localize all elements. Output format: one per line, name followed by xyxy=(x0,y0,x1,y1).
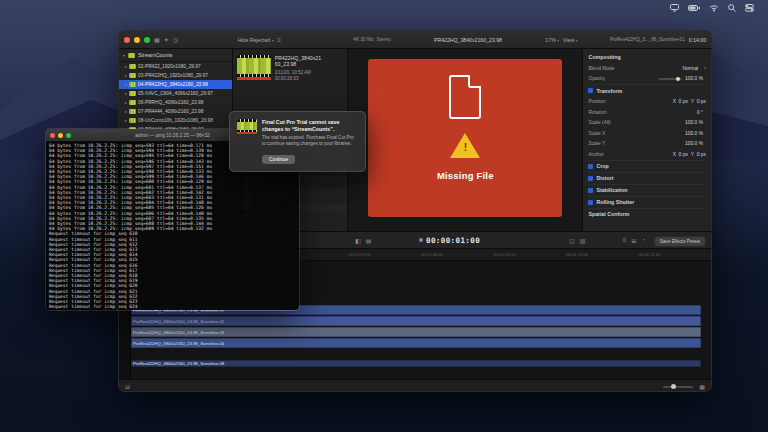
clip-skimming-icon[interactable]: ⊞ xyxy=(631,237,636,244)
close-button[interactable] xyxy=(50,133,55,138)
clip-appearance-icon[interactable]: ≡ xyxy=(277,37,281,43)
checkbox[interactable] xyxy=(588,88,593,93)
inspector-row[interactable]: Compositing ▾ xyxy=(588,51,706,63)
timeline-clip[interactable]: ProRes422HQ_3840x2160_23.98_Sunshine-03 xyxy=(131,327,701,337)
timecode-display[interactable]: 00:00:01:00 xyxy=(419,232,480,248)
inspector-value[interactable]: 100.0 % xyxy=(685,120,703,125)
search-icon[interactable] xyxy=(728,4,736,12)
inspector-row[interactable]: Scale Y 100.0 % ▾ xyxy=(588,139,706,150)
timeline-settings-icon[interactable]: ⊟ xyxy=(125,383,130,390)
inspector-row[interactable]: Blend Mode Normal ▾ xyxy=(588,63,706,74)
minimize-button[interactable] xyxy=(58,133,63,138)
disclosure-triangle-icon[interactable]: ▸ xyxy=(125,91,127,96)
inspector-value[interactable]: Normal xyxy=(682,66,698,71)
sidebar-clip-item[interactable]: ▸ 02-PR422_1920x1080_29.97 xyxy=(119,62,232,71)
inspector-row[interactable]: Stabilization ▾ xyxy=(588,184,706,196)
inspector-value[interactable]: 100.0 % xyxy=(685,141,703,146)
viewer-clip-title: PR422HQ_3840x2160_23.98 xyxy=(395,37,542,43)
fullscreen-button[interactable] xyxy=(66,133,71,138)
clip-duration: 00:00:28:03 xyxy=(275,76,321,81)
media-import-icon[interactable]: ▦ xyxy=(154,37,160,43)
keyword-editor-icon[interactable]: ✦ xyxy=(164,37,169,43)
library-header[interactable]: ▾ StreamCounts xyxy=(119,49,232,62)
inspector-row[interactable]: Anchor X 0 px Y 0 px ▾ xyxy=(588,149,706,160)
wifi-icon[interactable] xyxy=(709,4,719,12)
disclosure-triangle-icon[interactable]: ▸ xyxy=(125,118,127,123)
checkbox[interactable] xyxy=(588,200,593,205)
inspector-row[interactable]: Scale X 100.0 % ▾ xyxy=(588,128,706,139)
disclosure-triangle-icon[interactable]: ▸ xyxy=(125,109,127,114)
sidebar-clip-item[interactable]: ▸ 03-PR422HQ_1920x1080_29.97 xyxy=(119,71,232,80)
sidebar-clip-item[interactable]: ▸ 07-PR4444_4096x2160_23.98 xyxy=(119,107,232,116)
inspector-value[interactable]: X 0 px xyxy=(673,152,688,157)
disclosure-triangle-icon[interactable]: ▸ xyxy=(125,73,127,78)
timeline-right-controls: ≡ ⊞ ◔ xyxy=(623,232,645,248)
sidebar-clip-item[interactable]: ▸ 08-UnComp10b_1920x1080_23.98 xyxy=(119,116,232,125)
display-icon[interactable] xyxy=(670,4,679,12)
control-center-icon[interactable] xyxy=(745,4,754,12)
inspector-row[interactable]: Crop ▾ xyxy=(588,160,706,172)
disclosure-triangle-icon[interactable]: ▾ xyxy=(123,53,125,58)
checkbox[interactable] xyxy=(588,164,593,169)
clip-icon xyxy=(129,118,136,123)
tools-icon[interactable]: ◧ xyxy=(355,237,361,244)
missing-file-label: Missing File xyxy=(437,170,494,181)
inspector-row[interactable]: Position X 0 px Y 0 px ▾ xyxy=(588,96,706,107)
inspector-parameter-label: Distort xyxy=(596,175,613,181)
audio-meters-icon[interactable]: ◫ xyxy=(569,237,575,244)
fullscreen-button[interactable] xyxy=(144,37,150,43)
clip-icon xyxy=(129,64,136,69)
inspector-value[interactable]: X 0 px xyxy=(673,99,688,104)
library-icon xyxy=(128,53,135,58)
value-slider[interactable] xyxy=(658,78,682,80)
effects-browser-icon[interactable]: ▥ xyxy=(580,237,586,244)
inspector-parameter-label: Stabilization xyxy=(596,187,627,193)
inspector-value[interactable]: 100.0 % xyxy=(685,131,703,136)
clip-appearance-icon[interactable]: ▦ xyxy=(699,383,705,390)
solo-icon[interactable]: ◔ xyxy=(641,237,645,243)
inspector-row[interactable]: Distort ▾ xyxy=(588,172,706,184)
sidebar-clip-item[interactable]: ▸ 06-PRRHQ_4096x2160_23.98 xyxy=(119,98,232,107)
inspector-value-2[interactable]: Y 0 px xyxy=(691,152,706,157)
view-dropdown[interactable]: View ▾ xyxy=(563,37,577,43)
inspector-row[interactable]: Opacity 100.0 % ▾ xyxy=(588,74,706,85)
timeline-zoom-slider[interactable] xyxy=(663,386,693,388)
selected-clip-card[interactable]: PR422HQ_3840x21 60_23.98 2/11/20, 10:52 … xyxy=(233,49,348,113)
checkbox[interactable] xyxy=(588,176,593,181)
clip-list-icon[interactable]: ▤ xyxy=(366,237,372,244)
inspector-row[interactable]: Transform ▾ xyxy=(588,84,706,96)
minimize-button[interactable] xyxy=(134,37,140,43)
inspector-parameter-label: Opacity xyxy=(588,76,605,81)
inspector-value-2[interactable]: Y 0 px xyxy=(691,99,706,104)
zoom-dropdown[interactable]: 17% ▾ xyxy=(545,37,559,43)
disclosure-triangle-icon[interactable]: ▸ xyxy=(125,100,127,105)
timeline-clip[interactable]: ProRes422HQ_3840x2160_23.98_Sunshine-08 xyxy=(131,360,701,367)
checkbox[interactable] xyxy=(588,188,593,193)
sidebar-clip-label: 05-XAVC_C804_4096x2160_29.97 xyxy=(138,91,213,96)
timeline-clip[interactable]: ProRes422HQ_3840x2160_23.98_Sunshine-02 xyxy=(131,316,701,326)
sidebar-clip-item[interactable]: ▸ 04-PR422HQ_3840x2160_23.98 xyxy=(119,80,232,89)
clip-icon xyxy=(129,82,136,87)
clip-icon xyxy=(129,109,136,114)
sidebar-clip-item[interactable]: ▸ 05-XAVC_C804_4096x2160_29.97 xyxy=(119,89,232,98)
inspector-parameter-label: Compositing xyxy=(588,54,620,60)
inspector-row[interactable]: Scale (All) 100.0 % ▾ xyxy=(588,117,706,128)
clip-icon xyxy=(129,100,136,105)
timeline-clip[interactable]: ProRes422HQ_3840x2160_23.98_Sunshine-04 xyxy=(131,338,701,348)
inspector-value[interactable]: 100.0 % xyxy=(685,76,703,81)
inspector-value[interactable]: 0 ° xyxy=(697,110,703,115)
close-button[interactable] xyxy=(124,37,130,43)
clip-filmstrip-thumbnail[interactable] xyxy=(237,55,271,80)
inspector-row[interactable]: Rotation 0 ° ▾ xyxy=(588,107,706,118)
continue-button[interactable]: Continue xyxy=(262,155,295,164)
disclosure-triangle-icon[interactable]: ▸ xyxy=(125,82,127,87)
filter-dropdown[interactable]: Hide Rejected ▾ xyxy=(238,37,274,43)
snapping-icon[interactable]: ≡ xyxy=(623,237,627,243)
inspector-row[interactable]: Rolling Shutter ▾ xyxy=(588,196,706,208)
save-effects-preset-button[interactable]: Save Effects Preset xyxy=(654,236,706,247)
browser-toolbar-section: Hide Rejected ▾ ≡ xyxy=(233,31,349,48)
battery-icon[interactable] xyxy=(688,5,700,11)
disclosure-triangle-icon[interactable]: ▸ xyxy=(125,64,127,69)
background-tasks-icon[interactable]: ◷ xyxy=(173,37,178,43)
inspector-row[interactable]: Spatial Conform ▾ xyxy=(588,208,706,220)
